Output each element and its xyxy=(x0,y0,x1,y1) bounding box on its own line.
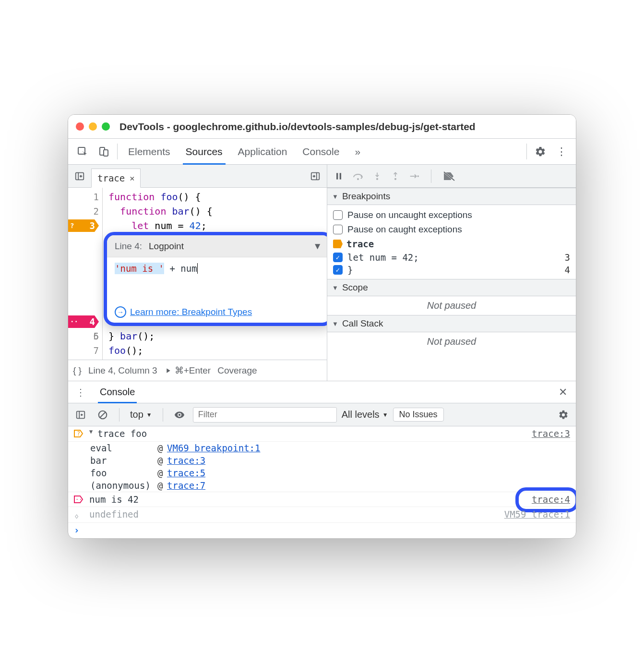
breakpoint-group-icon xyxy=(333,240,343,248)
svg-point-9 xyxy=(394,178,396,180)
navigator-toggle-icon[interactable] xyxy=(71,171,88,181)
context-selector[interactable]: top ▼ xyxy=(127,409,155,420)
debugger-toolbar xyxy=(327,165,576,188)
expand-triangle-icon: ▼ xyxy=(332,193,338,200)
svg-text:··: ·· xyxy=(75,496,82,503)
pause-icon[interactable] xyxy=(334,171,344,181)
svg-point-7 xyxy=(357,178,359,180)
callstack-not-paused: Not paused xyxy=(327,332,576,351)
window-title: DevTools - googlechrome.github.io/devtoo… xyxy=(119,121,476,133)
console-message[interactable]: ⬨ undefined VM59 trace:1 xyxy=(68,507,576,523)
logpoint-editor-popup: Line 4: Logpoint ▼ 'num is ' + num → Lea… xyxy=(104,232,327,326)
drawer-tab-console[interactable]: Console xyxy=(93,381,142,403)
return-arrow-icon: ⬨ xyxy=(74,510,84,520)
logpoint-marker[interactable]: ··4 xyxy=(68,315,99,328)
debugger-toggle-icon[interactable] xyxy=(307,171,324,181)
console-drawer: ⋮ Console ✕ top ▼ All levels ▼ xyxy=(68,381,576,538)
logpoint-expression-input[interactable]: 'num is ' + num xyxy=(107,257,327,279)
more-icon[interactable]: ⋮ xyxy=(551,139,572,164)
pause-caught-checkbox[interactable] xyxy=(333,225,343,234)
step-icon[interactable] xyxy=(409,171,419,181)
close-file-icon[interactable]: ✕ xyxy=(130,173,134,183)
learn-more-link[interactable]: Learn more: Breakpoint Types xyxy=(130,307,252,317)
zoom-window-button[interactable] xyxy=(102,122,110,131)
dropdown-caret-icon: ▼ xyxy=(146,411,152,418)
line-number[interactable]: 7 xyxy=(68,345,99,356)
expand-triangle-icon[interactable]: ▼ xyxy=(89,428,93,435)
svg-rect-5 xyxy=(336,173,338,179)
drawer-more-icon[interactable]: ⋮ xyxy=(72,387,89,398)
console-filter-input[interactable] xyxy=(193,407,337,423)
svg-text:?: ? xyxy=(77,430,80,437)
logpoint-badge-icon: ·· xyxy=(74,495,84,504)
log-levels-selector[interactable]: All levels ▼ xyxy=(342,409,388,420)
step-into-icon[interactable] xyxy=(372,171,382,181)
coverage-button[interactable]: Coverage xyxy=(217,365,257,376)
breakpoint-row[interactable]: ✓ let num = 42; 3 xyxy=(333,251,570,264)
pause-uncaught-checkbox[interactable] xyxy=(333,210,343,220)
tab-sources[interactable]: Sources xyxy=(178,139,230,164)
cursor-position: Line 4, Column 3 xyxy=(88,365,157,376)
scope-not-paused: Not paused xyxy=(327,296,576,315)
deactivate-breakpoints-icon[interactable] xyxy=(443,171,455,181)
console-message[interactable]: ·· num is 42 trace:4 xyxy=(68,492,576,507)
breakpoints-section-header[interactable]: ▼ Breakpoints xyxy=(327,188,576,205)
tab-elements[interactable]: Elements xyxy=(120,139,178,164)
clear-console-icon[interactable] xyxy=(94,410,111,420)
window-titlebar: DevTools - googlechrome.github.io/devtoo… xyxy=(68,115,576,139)
code-editor[interactable]: 1 function foo() { 2 function bar() { ?3… xyxy=(68,188,327,360)
live-expression-icon[interactable] xyxy=(171,410,188,420)
inspect-element-icon[interactable] xyxy=(72,139,93,164)
main-tabs: Elements Sources Application Console » ⋮ xyxy=(68,139,576,165)
close-drawer-icon[interactable]: ✕ xyxy=(554,386,572,399)
breakpoint-checkbox[interactable]: ✓ xyxy=(333,253,343,262)
stack-frame[interactable]: foo@trace:5 xyxy=(90,467,576,479)
stack-frame[interactable]: eval@VM69 breakpoint:1 xyxy=(90,442,576,454)
source-link[interactable]: VM59 trace:1 xyxy=(504,509,570,520)
line-number[interactable]: 2 xyxy=(68,206,99,217)
dropdown-caret-icon[interactable]: ▼ xyxy=(313,241,322,252)
pretty-print-button[interactable]: { } xyxy=(73,365,82,376)
stack-frame[interactable]: (anonymous)@trace:7 xyxy=(90,479,576,492)
file-tab-trace[interactable]: trace ✕ xyxy=(91,169,141,188)
step-over-icon[interactable] xyxy=(352,171,364,181)
file-tab-name: trace xyxy=(97,173,125,183)
stack-frame[interactable]: bar@trace:3 xyxy=(90,454,576,467)
source-link[interactable]: trace:3 xyxy=(532,428,570,439)
tab-console[interactable]: Console xyxy=(295,139,347,164)
conditional-breakpoint-marker[interactable]: ?3 xyxy=(68,219,99,232)
breakpoint-row[interactable]: ✓ } 4 xyxy=(333,264,570,276)
run-snippet-button[interactable]: ⌘+Enter xyxy=(164,365,211,376)
expand-triangle-icon: ▼ xyxy=(332,320,338,327)
sources-subbar: trace ✕ xyxy=(68,165,327,188)
stack-trace: eval@VM69 breakpoint:1 bar@trace:3 foo@t… xyxy=(68,442,576,492)
devtools-window: DevTools - googlechrome.github.io/devtoo… xyxy=(68,114,576,539)
device-mode-icon[interactable] xyxy=(93,139,114,164)
breakpoint-type-select[interactable]: Logpoint xyxy=(149,241,184,252)
step-out-icon[interactable] xyxy=(391,171,400,181)
line-number[interactable]: 1 xyxy=(68,192,99,202)
prompt-chevron-icon: › xyxy=(74,525,79,535)
breakpoint-checkbox[interactable]: ✓ xyxy=(333,265,343,275)
console-sidebar-toggle-icon[interactable] xyxy=(72,410,89,420)
console-message[interactable]: ? ▼ trace foo trace:3 xyxy=(68,426,576,442)
source-link[interactable]: trace:4 xyxy=(532,494,570,505)
dropdown-caret-icon: ▼ xyxy=(382,411,388,418)
tab-application[interactable]: Application xyxy=(230,139,295,164)
window-controls xyxy=(76,122,110,131)
console-prompt[interactable]: › xyxy=(68,523,576,538)
svg-rect-2 xyxy=(104,150,108,156)
close-window-button[interactable] xyxy=(76,122,84,131)
tabs-overflow-button[interactable]: » xyxy=(347,139,368,164)
breakpoint-group[interactable]: trace xyxy=(333,237,570,251)
settings-icon[interactable] xyxy=(530,139,551,164)
arrow-right-circle-icon: → xyxy=(115,306,126,318)
scope-section-header[interactable]: ▼ Scope xyxy=(327,279,576,296)
minimize-window-button[interactable] xyxy=(89,122,97,131)
breakpoints-section: Pause on uncaught exceptions Pause on ca… xyxy=(327,205,576,279)
svg-point-10 xyxy=(417,175,419,177)
callstack-section-header[interactable]: ▼ Call Stack xyxy=(327,315,576,332)
svg-rect-6 xyxy=(340,173,341,179)
console-settings-icon[interactable] xyxy=(555,410,572,420)
issues-button[interactable]: No Issues xyxy=(393,408,444,422)
